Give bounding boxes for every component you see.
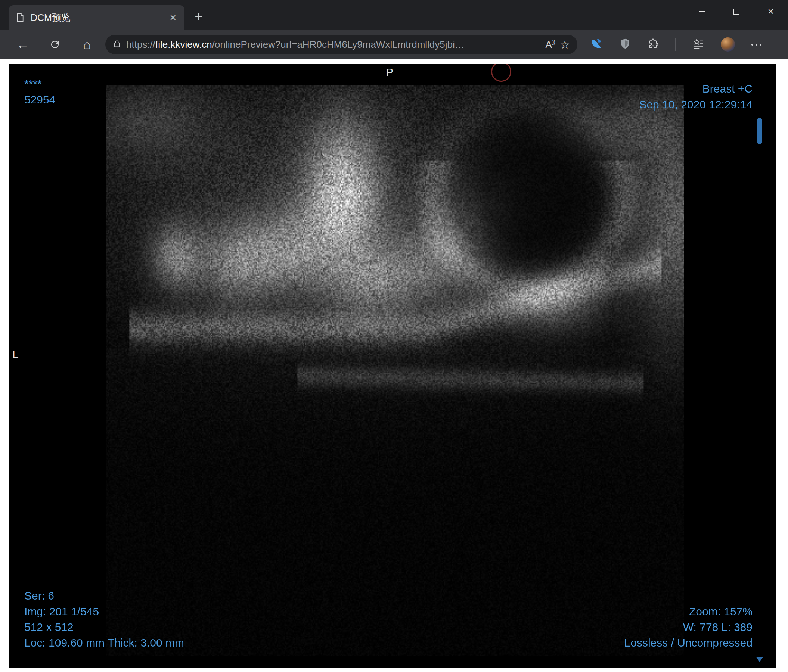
navigation-bar: ← ⌂ https://file.kkview.cn/onlinePreview… <box>0 30 788 59</box>
refresh-icon <box>49 39 60 50</box>
orientation-marker-posterior: P <box>386 65 393 80</box>
tab-close-icon[interactable]: × <box>167 12 178 23</box>
shield-extension-icon[interactable] <box>619 38 631 51</box>
settings-menu-icon[interactable] <box>751 44 761 46</box>
patient-name-masked: **** <box>24 76 55 92</box>
browser-window: DCM预览 × + × ← ⌂ https://file.kkview.cn <box>0 0 788 672</box>
matrix-size: 512 x 512 <box>24 620 184 635</box>
compression-info: Lossless / Uncompressed <box>624 635 753 651</box>
address-bar[interactable]: https://file.kkview.cn/onlinePreview?url… <box>105 35 577 54</box>
url-path: /onlinePreview?url=aHR0cHM6Ly9maWxlLmtrd… <box>212 39 465 50</box>
minimize-icon <box>699 11 705 12</box>
dicom-viewer[interactable]: **** 52954 P Breast +C Sep 10, 2020 12:2… <box>9 64 777 668</box>
document-icon <box>15 13 25 22</box>
slice-scroll-down-icon[interactable] <box>756 657 763 662</box>
annotation-circle <box>491 64 511 82</box>
extension-icon-blue[interactable] <box>590 37 603 52</box>
favorite-star-icon[interactable]: ☆ <box>560 38 570 51</box>
read-aloud-button[interactable]: A)) <box>545 39 554 51</box>
tab-dcm-preview[interactable]: DCM预览 × <box>9 5 184 30</box>
read-aloud-waves-icon: )) <box>552 38 554 46</box>
url-scheme: https:// <box>126 39 156 50</box>
mri-image <box>106 86 684 656</box>
tab-title: DCM预览 <box>31 11 167 24</box>
back-button[interactable]: ← <box>7 33 39 55</box>
lock-icon <box>113 40 121 49</box>
tab-bar: DCM预览 × + × <box>0 0 788 30</box>
patient-id: 52954 <box>24 92 55 108</box>
window-level: W: 778 L: 389 <box>624 620 753 635</box>
series-number: Ser: 6 <box>24 588 184 604</box>
window-controls: × <box>685 0 788 23</box>
read-aloud-icon: A <box>545 39 551 51</box>
toolbar-icons <box>590 37 761 52</box>
close-window-button[interactable]: × <box>754 0 788 23</box>
orientation-marker-left: L <box>12 347 19 362</box>
slice-scrollbar-thumb[interactable] <box>757 118 762 144</box>
refresh-button[interactable] <box>39 33 71 55</box>
study-description: Breast +C <box>639 81 753 97</box>
minimize-button[interactable] <box>685 0 719 23</box>
overlay-study-info: Breast +C Sep 10, 2020 12:29:14 <box>639 81 753 113</box>
overlay-display-info: Zoom: 157% W: 778 L: 389 Lossless / Unco… <box>624 604 753 651</box>
toolbar-divider <box>675 38 676 51</box>
url-domain: file.kkview.cn <box>156 39 212 50</box>
slice-location: Loc: 109.60 mm Thick: 3.00 mm <box>24 635 184 651</box>
study-datetime: Sep 10, 2020 12:29:14 <box>639 97 753 113</box>
url-text[interactable]: https://file.kkview.cn/onlinePreview?url… <box>126 39 540 51</box>
overlay-patient-info: **** 52954 <box>24 76 55 108</box>
new-tab-button[interactable]: + <box>190 8 208 25</box>
extensions-puzzle-icon[interactable] <box>648 38 659 51</box>
profile-avatar[interactable] <box>721 37 735 52</box>
page-content: **** 52954 P Breast +C Sep 10, 2020 12:2… <box>0 59 788 672</box>
home-button[interactable]: ⌂ <box>71 33 103 55</box>
maximize-button[interactable] <box>719 0 754 23</box>
maximize-icon <box>734 9 739 14</box>
image-number: Img: 201 1/545 <box>24 604 184 620</box>
zoom-level: Zoom: 157% <box>624 604 753 620</box>
favorites-list-icon[interactable] <box>693 38 704 51</box>
overlay-series-info: Ser: 6 Img: 201 1/545 512 x 512 Loc: 109… <box>24 588 184 651</box>
